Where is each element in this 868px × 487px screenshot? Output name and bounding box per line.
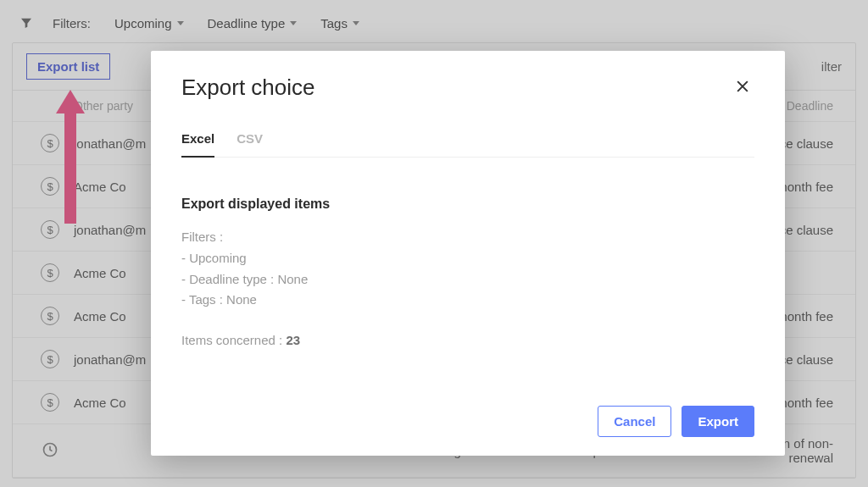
modal-title: Export choice <box>181 75 731 101</box>
export-filters-summary: Filters : - Upcoming - Deadline type : N… <box>181 227 754 311</box>
export-button[interactable]: Export <box>682 406 754 437</box>
export-modal: Export choice Excel CSV Export displayed… <box>151 51 785 456</box>
page-root: Filters: Upcoming Deadline type Tags Exp… <box>0 0 868 487</box>
items-concerned-count: 23 <box>286 333 300 347</box>
cancel-button[interactable]: Cancel <box>598 406 671 437</box>
export-format-tabs: Excel CSV <box>181 131 754 158</box>
modal-footer: Cancel Export <box>181 406 754 437</box>
export-filters-label: Filters : <box>181 227 754 248</box>
export-filter-line: - Deadline type : None <box>181 269 754 291</box>
tab-excel[interactable]: Excel <box>181 131 214 158</box>
tab-csv[interactable]: CSV <box>236 131 263 157</box>
items-concerned-label: Items concerned : <box>181 333 286 347</box>
export-filter-line: - Upcoming <box>181 248 754 269</box>
items-concerned: Items concerned : 23 <box>181 333 754 347</box>
export-filter-line: - Tags : None <box>181 290 754 311</box>
export-subtitle: Export displayed items <box>181 196 754 212</box>
close-icon[interactable] <box>731 75 754 98</box>
